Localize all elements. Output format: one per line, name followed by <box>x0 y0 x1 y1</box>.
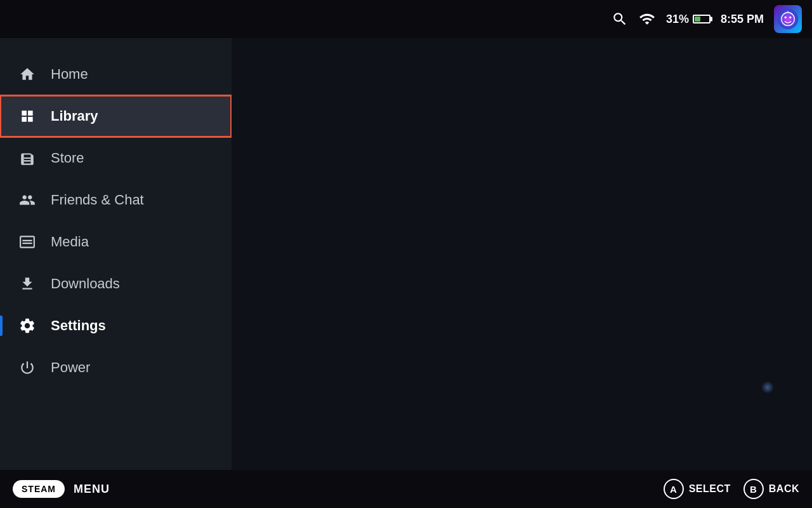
steam-button[interactable]: STEAM <box>13 480 65 498</box>
a-button: A <box>664 479 684 499</box>
friends-icon <box>18 190 37 210</box>
downloads-icon <box>18 274 37 293</box>
sidebar-item-power[interactable]: Power <box>0 347 232 389</box>
svg-point-3 <box>789 17 791 18</box>
back-control[interactable]: B BACK <box>743 479 799 499</box>
sidebar-item-settings[interactable]: Settings <box>0 305 232 347</box>
menu-label: MENU <box>74 483 110 496</box>
signal-icon <box>638 11 656 27</box>
settings-icon <box>18 316 37 335</box>
sidebar-item-store[interactable]: Store <box>0 137 232 179</box>
power-icon <box>18 358 37 377</box>
avatar[interactable] <box>774 5 802 33</box>
friends-label: Friends & Chat <box>51 192 144 208</box>
battery-status: 31% <box>666 13 710 26</box>
media-icon <box>18 232 37 251</box>
home-label: Home <box>51 66 88 83</box>
bottom-bar: STEAM MENU A SELECT B BACK <box>0 470 812 508</box>
b-button: B <box>743 479 764 499</box>
sidebar: Home Library Store Friends & Chat <box>0 38 232 470</box>
main-glow <box>761 381 774 394</box>
media-label: Media <box>51 234 89 250</box>
sidebar-item-library[interactable]: Library <box>0 95 232 137</box>
store-icon <box>18 149 37 168</box>
top-bar-right: 31% 8:55 PM <box>612 5 802 33</box>
settings-accent <box>0 316 3 336</box>
svg-point-2 <box>785 17 787 18</box>
library-icon <box>18 107 37 126</box>
sidebar-item-downloads[interactable]: Downloads <box>0 263 232 305</box>
time-display: 8:55 PM <box>721 13 764 26</box>
home-icon <box>18 65 37 84</box>
battery-icon <box>693 15 710 23</box>
bottom-right-controls: A SELECT B BACK <box>664 479 799 499</box>
select-label: SELECT <box>689 483 731 495</box>
library-label: Library <box>51 108 98 124</box>
search-icon[interactable] <box>612 11 628 27</box>
top-bar: 31% 8:55 PM <box>0 0 812 38</box>
power-label: Power <box>51 359 90 376</box>
back-label: BACK <box>769 483 799 495</box>
sidebar-item-friends[interactable]: Friends & Chat <box>0 179 232 221</box>
main-content <box>232 38 812 470</box>
battery-percent: 31% <box>666 13 689 26</box>
sidebar-item-media[interactable]: Media <box>0 221 232 263</box>
store-label: Store <box>51 150 84 166</box>
downloads-label: Downloads <box>51 276 120 292</box>
sidebar-item-home[interactable]: Home <box>0 53 232 95</box>
select-control[interactable]: A SELECT <box>664 479 731 499</box>
steam-menu: STEAM MENU <box>13 480 110 498</box>
settings-label: Settings <box>51 318 106 334</box>
